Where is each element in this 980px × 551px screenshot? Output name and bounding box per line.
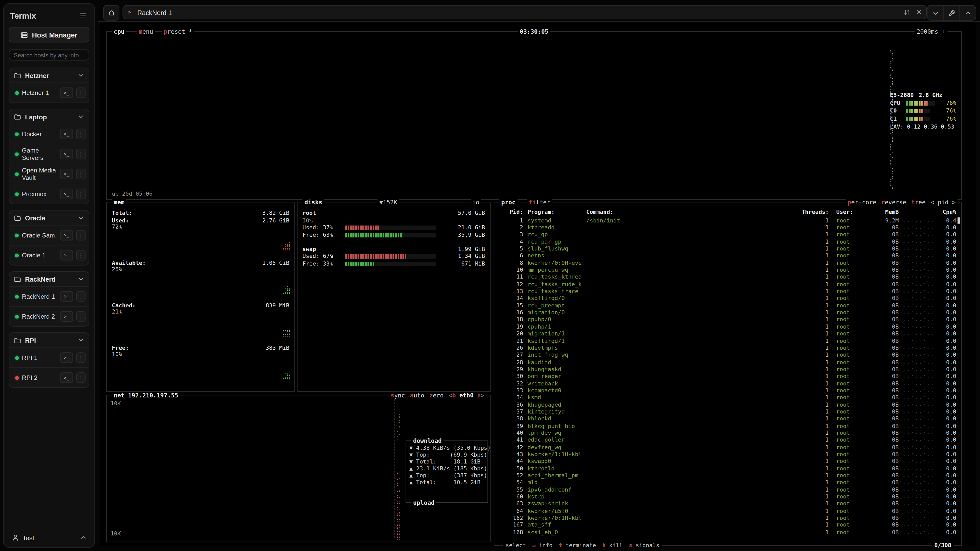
per-core-toggle[interactable]: per-core: [848, 199, 876, 206]
open-terminal-button[interactable]: >_: [60, 230, 73, 241]
col-user[interactable]: User:: [829, 209, 871, 215]
menu-button[interactable]: [77, 10, 88, 21]
process-row[interactable]: 2 kthreadd 1 root 0B 0.0: [498, 224, 958, 231]
host-item[interactable]: RPI 2 >_ ⋮: [10, 367, 89, 387]
io-mode-toggle[interactable]: io: [470, 199, 481, 206]
process-row[interactable]: 6 netns 1 root 0B 0.0: [498, 252, 958, 259]
process-row[interactable]: 52 acpi_thermal_pm 1 root 0B 0.0: [498, 472, 958, 479]
process-row[interactable]: 15 rcu_preempt 1 root 0B 0.0: [498, 302, 958, 309]
process-row[interactable]: 20 migration/1 1 root 0B 0.0: [498, 330, 958, 337]
col-cpu[interactable]: Cpu%: [935, 209, 958, 215]
open-terminal-button[interactable]: >_: [60, 129, 73, 139]
tree-toggle[interactable]: tree: [912, 199, 926, 206]
filter-button-tui[interactable]: filter: [527, 199, 552, 206]
group-header[interactable]: RackNerd: [10, 272, 89, 286]
group-header[interactable]: Laptop: [10, 110, 89, 124]
preset-button-tui[interactable]: preset *: [162, 28, 194, 35]
terminal-canvas[interactable]: cpu menu preset * 03:30:05 2000ms + ⢣ ⡜ …: [100, 22, 976, 547]
process-row[interactable]: 43 kworker/1:1H-kbl 1 root 0B 0.0: [498, 451, 958, 458]
footer-key-hint[interactable]: k kill: [602, 542, 623, 548]
host-more-button[interactable]: ⋮: [76, 372, 86, 383]
open-terminal-button[interactable]: >_: [60, 372, 73, 383]
process-row[interactable]: 55 ipv6_addrconf 1 root 0B 0.0: [498, 486, 958, 493]
process-row[interactable]: 14 ksoftirqd/0 1 root 0B 0.0: [498, 295, 958, 302]
group-header[interactable]: Hetzner: [10, 68, 89, 83]
col-command[interactable]: Command:: [586, 209, 797, 215]
host-item[interactable]: RackNerd 2 >_ ⋮: [10, 306, 89, 326]
host-more-button[interactable]: ⋮: [76, 189, 86, 200]
host-more-button[interactable]: ⋮: [76, 230, 86, 241]
process-row[interactable]: 26 kdevtmpfs 1 root 0B 0.0: [498, 345, 958, 351]
sync-toggle[interactable]: sync: [391, 392, 405, 399]
process-row[interactable]: 29 khungtaskd 1 root 0B 0.0: [498, 365, 958, 373]
open-terminal-button[interactable]: >_: [60, 87, 73, 98]
tab-racknerd-1[interactable]: >_ RackNerd 1: [123, 5, 927, 19]
process-row[interactable]: 16 migration/0 1 root 0B 0.0: [498, 309, 958, 316]
process-row[interactable]: 50 kthrotld 1 root 0B 0.0: [498, 465, 958, 472]
host-manager-button[interactable]: Host Manager: [9, 27, 89, 42]
collapse-panel-button[interactable]: [928, 6, 943, 20]
search-input[interactable]: [9, 49, 89, 60]
process-row[interactable]: 19 cpuhp/1 1 root 0B 0.0: [498, 323, 958, 330]
process-row[interactable]: 13 rcu_tasks_trace_ 1 root 0B 0.0: [498, 288, 958, 295]
process-row[interactable]: 41 edac-poller 1 root 0B 0.0: [498, 437, 958, 444]
host-item[interactable]: Proxmox >_ ⋮: [10, 184, 89, 203]
host-item[interactable]: Docker >_ ⋮: [10, 124, 89, 144]
col-pid[interactable]: Pid:: [498, 209, 523, 215]
sort-column-selector[interactable]: < pid >: [931, 199, 956, 206]
host-item[interactable]: Oracle Sam >_ ⋮: [10, 225, 89, 245]
process-row[interactable]: 12 rcu_tasks_rude_k 1 root 0B 0.0: [498, 281, 958, 288]
update-interval[interactable]: 2000ms: [915, 28, 940, 35]
group-header[interactable]: RPI: [10, 333, 89, 347]
host-more-button[interactable]: ⋮: [76, 168, 86, 179]
process-row[interactable]: 5 slub_flushwq 1 root 0B 0.0: [498, 245, 958, 252]
process-row[interactable]: 10 mm_percpu_wq 1 root 0B 0.0: [498, 266, 958, 273]
host-more-button[interactable]: ⋮: [76, 291, 86, 302]
proc-scrollbar-thumb[interactable]: [958, 218, 960, 224]
process-row[interactable]: 42 devfreq_wq 1 root 0B 0.0: [498, 444, 958, 451]
process-row[interactable]: 168 scsi_eh_0 1 root 0B 0.0: [498, 529, 958, 536]
host-item[interactable]: Open Media Vault >_ ⋮: [10, 164, 89, 184]
process-row[interactable]: 28 kauditd 1 root 0B 0.0: [498, 359, 958, 365]
process-row[interactable]: 3 rcu_gp 1 root 0B 0.0: [498, 231, 958, 238]
process-row[interactable]: 63 zswap-shrink 1 root 0B 0.0: [498, 500, 958, 507]
open-terminal-button[interactable]: >_: [60, 149, 73, 159]
footer-key-hint[interactable]: s signals: [629, 542, 659, 548]
host-more-button[interactable]: ⋮: [76, 149, 86, 159]
process-row[interactable]: 30 oom_reaper 1 root 0B 0.0: [498, 373, 958, 380]
process-row[interactable]: 64 kworker/u5:0 1 root 0B 0.0: [498, 507, 958, 514]
open-terminal-button[interactable]: >_: [60, 168, 73, 179]
col-program[interactable]: Program:: [523, 209, 586, 215]
footer-key-hint[interactable]: select: [506, 542, 526, 548]
process-row[interactable]: 167 ata_sff 1 root 0B 0.0: [498, 521, 958, 529]
footer-key-hint[interactable]: ↵ info: [532, 542, 552, 548]
process-row[interactable]: 36 khugepaged 1 root 0B 0.0: [498, 401, 958, 408]
host-item[interactable]: RPI 1 >_ ⋮: [10, 348, 89, 367]
process-row[interactable]: 33 kcompactd0 1 root 0B 0.0: [498, 387, 958, 394]
expand-panel-button[interactable]: [959, 6, 976, 20]
host-more-button[interactable]: ⋮: [76, 250, 86, 261]
host-item[interactable]: Game Servers >_ ⋮: [10, 144, 89, 164]
home-button[interactable]: [103, 5, 119, 21]
group-header[interactable]: Oracle: [10, 210, 89, 225]
process-row[interactable]: 34 ksmd 1 root 0B 0.0: [498, 394, 958, 401]
zero-toggle[interactable]: zero: [429, 392, 444, 399]
open-terminal-button[interactable]: >_: [60, 250, 73, 261]
interface-switcher[interactable]: <b eth0 n>: [449, 392, 484, 399]
process-row[interactable]: 32 writeback 1 root 0B 0.0: [498, 380, 958, 387]
tools-button[interactable]: [943, 6, 959, 20]
process-row[interactable]: 21 ksoftirqd/1 1 root 0B 0.0: [498, 337, 958, 345]
open-terminal-button[interactable]: >_: [60, 291, 73, 302]
reorder-tabs-icon[interactable]: [903, 8, 911, 16]
process-row[interactable]: 8 kworker/0:0H-eve 1 root 0B 0.0: [498, 259, 958, 266]
open-terminal-button[interactable]: >_: [60, 352, 73, 363]
process-row[interactable]: 27 inet_frag_wq 1 root 0B 0.0: [498, 351, 958, 359]
process-row[interactable]: 54 mld 1 root 0B 0.0: [498, 479, 958, 486]
process-row[interactable]: 162 kworker/0:1H-kbl 1 root 0B 0.0: [498, 514, 958, 522]
host-more-button[interactable]: ⋮: [76, 129, 86, 139]
host-more-button[interactable]: ⋮: [76, 352, 86, 363]
auto-toggle[interactable]: auto: [410, 392, 424, 399]
process-row[interactable]: 39 blkcg_punt_bio 1 root 0B 0.0: [498, 422, 958, 429]
open-terminal-button[interactable]: >_: [60, 189, 73, 200]
host-item[interactable]: Oracle 1 >_ ⋮: [10, 245, 89, 265]
